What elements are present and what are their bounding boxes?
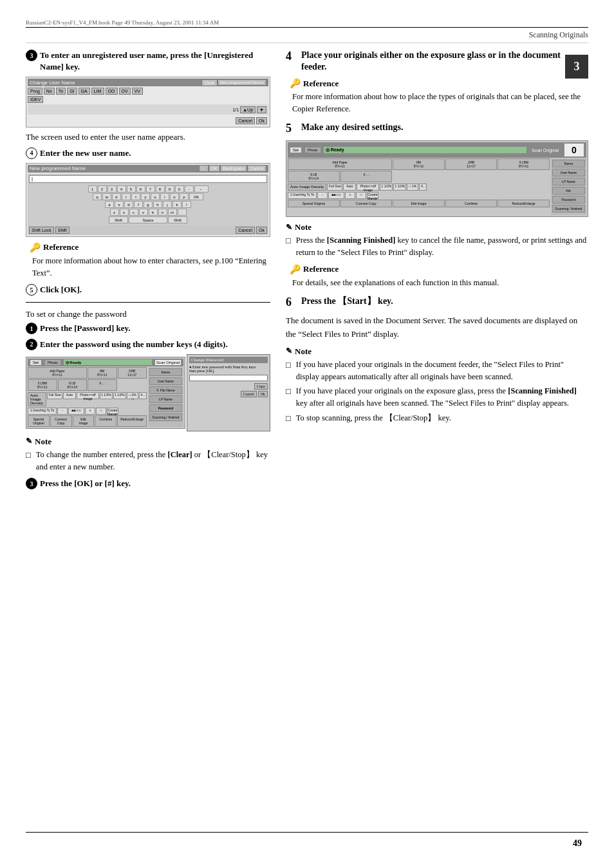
scan-tab-set[interactable]: Set [30,359,42,366]
key-n[interactable]: n [158,209,167,216]
text-input-field[interactable]: | [29,175,267,183]
key-f[interactable]: f [134,201,143,208]
lighten-darken-r[interactable]: 1 User/ring Ty To [288,192,317,199]
scan-right-password[interactable]: Password [149,404,182,412]
ok-btn[interactable]: Ok [256,117,267,124]
ov-btn[interactable]: OV [119,88,131,95]
connect-copy-r[interactable]: Connect Copy [340,200,393,207]
special-original[interactable]: Special Original [28,415,50,427]
scan-tab-photo-r[interactable]: Photo [304,147,321,153]
shift-lock-btn[interactable]: Shift Lock [29,227,54,234]
d-plus[interactable]: + [85,408,95,415]
key-q[interactable]: q [93,193,102,200]
password-copy-btn[interactable]: Copy [254,383,268,390]
key-x[interactable]: x [120,209,129,216]
combine-btn[interactable]: Combine [95,415,116,427]
ok-keyboard-btn[interactable]: Ok [256,227,267,234]
key-enter[interactable]: OK [189,193,203,200]
key-shift-right[interactable]: Shift [168,216,187,223]
auto-btn-r[interactable]: Auto [343,184,356,191]
scan-opt-add-paper[interactable]: Add Paper8½×11 [28,367,87,379]
ga-btn[interactable]: GA [79,88,90,95]
scan-opt-2-8b-r[interactable]: 2/8B11×17 [445,158,498,170]
key-r[interactable]: r [122,193,131,200]
key-5[interactable]: 5 [127,185,136,193]
password-cancel-btn[interactable]: Cancel [241,391,257,397]
up-btn[interactable]: ▲Up [240,106,256,113]
size-100-r[interactable]: □ 1% [407,184,418,191]
size-opt[interactable]: 4... [139,392,147,399]
key-e[interactable]: e [112,193,121,200]
lighten-darken[interactable]: 1 User/ring Ty To [28,408,57,415]
key-v[interactable]: v [139,209,148,216]
scan-opt-dim3[interactable]: 3 LBM8½×11 [28,379,57,391]
key-backspace[interactable]: ← [194,185,209,193]
key-6[interactable]: 6 [136,185,145,193]
d-screen[interactable]: Create Margin [107,408,118,415]
scan-tab-set-r[interactable]: Set [290,147,302,153]
cancel-keyboard-btn[interactable]: Cancel [236,227,255,234]
key-w[interactable]: w [102,193,111,200]
vv-btn[interactable]: VV [132,88,143,95]
key-l[interactable]: l [182,201,191,208]
key-a[interactable]: a [105,201,114,208]
key-y[interactable]: y [141,193,150,200]
key-0[interactable]: 0 [175,185,184,193]
key-u[interactable]: u [151,193,160,200]
key-h[interactable]: h [153,201,162,208]
scan-opt-dim2[interactable]: 2/8B11×17 [118,367,147,379]
keyboard-ok-top[interactable]: OK [209,165,220,172]
key-p[interactable]: p [180,193,189,200]
d-auto-r[interactable]: □ [356,192,366,199]
edit-image-r[interactable]: Edit Image [393,200,445,207]
reduce-enlarge[interactable]: Reduce/Enlarge [117,415,147,427]
key-9[interactable]: 9 [165,185,174,193]
key-o[interactable]: o [170,193,179,200]
key-g[interactable]: g [144,201,153,208]
key-4[interactable]: 4 [117,185,126,193]
idev-btn[interactable]: IDEV [28,96,43,103]
key-j[interactable]: j [163,201,172,208]
photo-off-r[interactable]: Photo<>off Image [357,184,379,191]
d-minus[interactable]: - [57,408,68,415]
d-screen-r[interactable]: Create Margin [367,192,378,199]
key-k[interactable]: k [172,201,181,208]
key-7[interactable]: 7 [146,185,155,193]
scan-opt-dim4[interactable]: 6 LB8½×14 [58,379,88,391]
keyboard-backspace[interactable]: Backspace [220,165,247,172]
edit-image[interactable]: Edit Image [73,415,95,427]
clear-btn[interactable]: Clear [201,79,218,86]
key-m[interactable]: m [168,209,177,216]
to-btn[interactable]: To [56,88,66,95]
scan-opt-add-paper-r[interactable]: Add Paper8½×11 [288,158,392,170]
scan-opt-6lb-r[interactable]: 6 LB8½×14 [288,171,340,182]
key-3[interactable]: 3 [107,185,116,193]
key-i[interactable]: i [160,193,169,200]
connect-copy[interactable]: Connect Copy [50,415,72,427]
scan-opt-dim1[interactable]: 8M8½×11 [88,367,117,379]
gi-btn[interactable]: GI [67,88,77,95]
keyboard-cancel[interactable]: Cancel [247,165,266,172]
scan-opt-8m-r[interactable]: 8M8½×11 [393,158,445,170]
full-size-btn[interactable]: Full Size [47,392,62,399]
d-auto[interactable]: □ [96,408,106,415]
oo-btn[interactable]: OO [106,88,118,95]
lim-btn[interactable]: LIM [91,88,104,95]
d-plus-r[interactable]: + [345,192,355,199]
reduce-btn[interactable]: Photo<>off Image [77,392,99,399]
scan-tab-photo[interactable]: Photo [44,359,61,366]
scan-opt-dots-r[interactable]: 6 ... [340,171,393,182]
key-s[interactable]: s [115,201,124,208]
key-space[interactable]: Space [129,216,167,223]
scan-right-password-r[interactable]: Password [552,196,585,203]
size-opt-r[interactable]: 4... [419,184,427,191]
key-8[interactable]: 8 [156,185,165,193]
special-original-r[interactable]: Special Original [288,200,340,207]
auto-btn[interactable]: Auto [63,392,76,399]
key-2[interactable]: 2 [98,185,107,193]
reduce-enlarge-r[interactable]: Reduce/Enlarge [498,200,550,207]
prog-btn[interactable]: Prog [28,88,42,95]
key-1[interactable]: 1 [88,185,97,193]
new-prog-names-btn[interactable]: New programmed Names [218,79,266,86]
scan-opt-3lbm-r[interactable]: 3 LBM8½×11 [498,158,550,170]
